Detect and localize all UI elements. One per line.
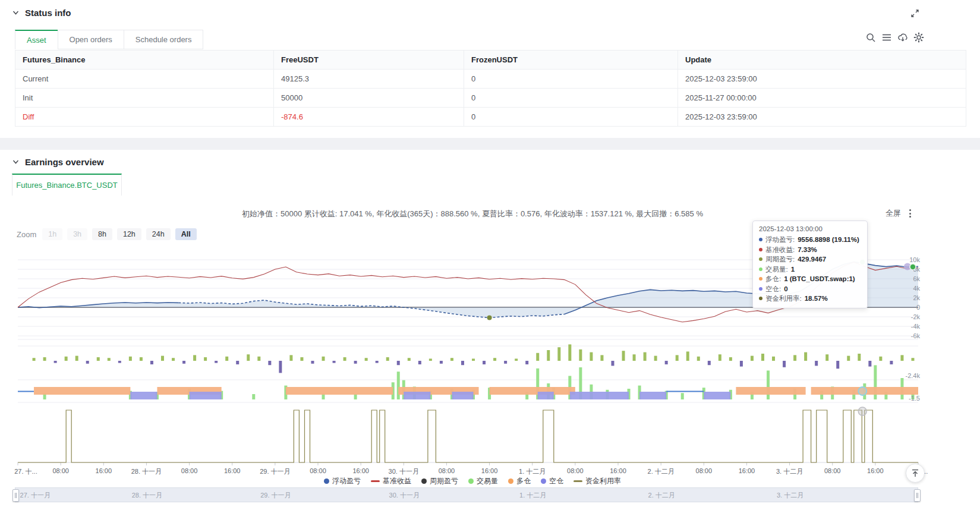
col-free-usdt: FreeUSDT	[274, 51, 464, 70]
status-tabs: Asset Open orders Schedule orders	[15, 30, 203, 49]
section-title-earnings: Earnings overview	[25, 157, 104, 167]
earnings-overview-section: Earnings overview Futures_Binance.BTC_US…	[0, 150, 980, 510]
table-row-init: Init 50000 0 2025-11-27 00:00:00	[15, 89, 966, 108]
row-label-init: Init	[15, 89, 274, 108]
fullscreen-button[interactable]: 全屏	[886, 208, 901, 219]
search-icon[interactable]	[865, 32, 876, 43]
legend-item-多仓[interactable]: 多仓	[508, 476, 531, 486]
settings-icon[interactable]	[913, 32, 924, 43]
menu-icon[interactable]	[881, 32, 892, 43]
svg-text:2k: 2k	[913, 294, 920, 301]
current-free-usdt: 49125.3	[274, 70, 464, 89]
x-tick-label: 08:00	[824, 467, 841, 474]
init-free-usdt: 50000	[274, 89, 464, 108]
x-axis-ticks	[18, 462, 918, 465]
zoom-option-3h[interactable]: 3h	[67, 228, 87, 240]
zoom-option-1h[interactable]: 1h	[42, 228, 62, 240]
datazoom-label: 2. 十二月	[648, 491, 675, 500]
vertical-dots-icon[interactable]	[908, 208, 912, 219]
table-header-row: Futures_Binance FreeUSDT FrozenUSDT Upda…	[15, 51, 966, 70]
x-tick-label: 29. 十一月	[260, 467, 290, 476]
legend-line-marker	[371, 480, 380, 482]
x-tick-label: 3. 十二月	[776, 467, 803, 476]
x-tick-label: 16:00	[610, 467, 626, 474]
zoom-option-24h[interactable]: 24h	[146, 228, 171, 240]
legend-item-周期盈亏[interactable]: 周期盈亏	[421, 476, 458, 486]
chart-legend: 浮动盈亏基准收益周期盈亏交易量多仓空仓资金利用率	[0, 476, 945, 486]
x-tick-label: 16:00	[224, 467, 241, 474]
legend-dot-marker	[468, 478, 474, 484]
svg-text:-6k: -6k	[911, 332, 921, 339]
datazoom-label: 27. 十一月	[20, 491, 51, 500]
datazoom-slider[interactable]: 27. 十一月28. 十一月29. 十一月30. 十一月1. 十二月2. 十二月…	[15, 487, 918, 502]
col-account: Futures_Binance	[15, 51, 274, 70]
datazoom-left-handle[interactable]	[12, 489, 19, 502]
long-position-bands	[34, 387, 918, 395]
zoom-range-selector: Zoom 1h 3h 8h 12h 24h All	[17, 228, 197, 240]
trading-dashboard: Status info Asset Open orders Schedule o…	[0, 0, 980, 510]
datazoom-right-handle[interactable]	[914, 489, 921, 502]
status-info-section: Status info Asset Open orders Schedule o…	[0, 0, 980, 138]
chevron-down-icon[interactable]	[12, 158, 20, 166]
earnings-stats-line: 初始净值：50000 累计收益: 17.041 %, 年化收益(365天)：88…	[0, 209, 945, 219]
tab-futures-binance-btc-usdt[interactable]: Futures_Binance.BTC_USDT	[12, 174, 122, 196]
zoom-option-8h[interactable]: 8h	[92, 228, 112, 240]
datazoom-label: 30. 十一月	[389, 491, 420, 500]
short-position-bands	[130, 392, 730, 399]
legend-item-空仓[interactable]: 空仓	[541, 476, 563, 486]
diff-free-usdt: -874.6	[274, 108, 464, 127]
legend-item-资金利用率[interactable]: 资金利用率	[573, 476, 621, 486]
x-tick-label: 08:00	[310, 467, 326, 474]
x-tick-label: 1. 十二月	[519, 467, 546, 476]
datazoom-label: 28. 十一月	[132, 491, 162, 500]
section-divider	[0, 138, 980, 150]
datazoom-label: 1. 十二月	[519, 491, 546, 500]
expand-icon[interactable]	[910, 8, 921, 19]
x-tick-label: 16:00	[739, 467, 755, 474]
svg-text:6k: 6k	[913, 275, 920, 282]
legend-dot-marker	[541, 478, 546, 484]
x-tick-label: 28. 十一月	[131, 467, 162, 476]
datazoom-label: 29. 十一月	[260, 491, 291, 500]
svg-text:-4k: -4k	[911, 323, 921, 330]
current-update-time: 2025-12-03 23:59:00	[678, 70, 966, 89]
row-label-current[interactable]: Current	[15, 70, 274, 89]
legend-dot-marker	[421, 478, 427, 484]
cloud-download-icon[interactable]	[897, 32, 908, 43]
x-tick-label: 08:00	[567, 467, 584, 474]
x-tick-label: 16:00	[96, 467, 112, 474]
svg-text:4k: 4k	[913, 285, 920, 292]
hover-point-utilization	[858, 407, 866, 415]
tab-open-orders[interactable]: Open orders	[58, 30, 124, 49]
col-frozen-usdt: FrozenUSDT	[464, 51, 678, 70]
table-row-current: Current 49125.3 0 2025-12-03 23:59:00	[15, 70, 966, 89]
scroll-to-top-icon[interactable]	[906, 464, 925, 483]
zoom-option-12h[interactable]: 12h	[117, 228, 141, 240]
table-row-diff: Diff -874.6 0 2025-12-03 23:59:00	[15, 108, 966, 127]
legend-item-浮动盈亏[interactable]: 浮动盈亏	[324, 476, 361, 486]
legend-item-基准收益[interactable]: 基准收益	[371, 476, 411, 486]
datazoom-label: 3. 十二月	[777, 491, 803, 500]
section-title-status: Status info	[25, 8, 71, 18]
status-info-header: Status info	[12, 8, 71, 18]
x-tick-label: 16:00	[352, 467, 369, 474]
x-tick-label: 27. 十...	[14, 467, 37, 476]
tooltip-timestamp: 2025-12-03 13:00:00	[759, 225, 861, 232]
earnings-header: Earnings overview	[12, 157, 104, 167]
asset-table: Futures_Binance FreeUSDT FrozenUSDT Upda…	[15, 50, 966, 127]
legend-dot-marker	[324, 478, 329, 484]
current-frozen-usdt: 0	[464, 70, 678, 89]
zoom-option-all[interactable]: All	[175, 228, 197, 240]
legend-item-交易量[interactable]: 交易量	[468, 476, 498, 486]
chevron-down-icon[interactable]	[12, 9, 20, 17]
x-tick-label: 08:00	[52, 467, 69, 474]
period-pnl-bars	[33, 344, 915, 373]
x-tick-label: 08:00	[439, 467, 455, 474]
x-tick-label: 16:00	[867, 467, 884, 474]
zoom-label: Zoom	[17, 230, 36, 239]
table-toolbar	[865, 32, 924, 43]
tab-schedule-orders[interactable]: Schedule orders	[124, 30, 204, 49]
tab-asset[interactable]: Asset	[15, 30, 58, 49]
legend-dot-marker	[508, 478, 513, 484]
svg-text:-1.5: -1.5	[909, 395, 920, 402]
